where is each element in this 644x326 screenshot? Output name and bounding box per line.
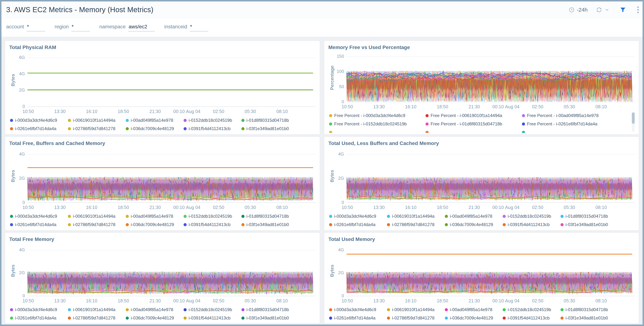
legend-item[interactable]: i-02786f59d7d841278 [68, 124, 126, 133]
legend-item[interactable]: i-0152ddb18c024519b [184, 116, 242, 124]
legend-item[interactable]: i-0261e6fbf7d14da4a [329, 314, 387, 322]
legend-item[interactable]: i-0261e6fbf7d14da4a [10, 220, 68, 229]
panel-total-used-less-buffers-cached: Total Used, Less Buffers and Cached Memo… [324, 137, 639, 230]
panel-title: Total Used, Less Buffers and Cached Memo… [328, 140, 635, 146]
legend-item[interactable]: i-01d8f80315d04718b [560, 306, 618, 314]
series-label: i-0261e6fbf7d14da4a [15, 222, 56, 227]
legend-scrollbar-thumb[interactable] [632, 112, 635, 124]
legend-item[interactable]: i-000d3a3dcf4e4d6c9 [329, 306, 387, 314]
legend-item-partial[interactable] [329, 128, 426, 133]
filter-region: region * [54, 23, 90, 31]
chart-canvas[interactable] [8, 51, 316, 116]
legend-item[interactable]: Free Percent - i-00ad049f85a14e978 [522, 111, 618, 120]
chart-canvas[interactable] [328, 51, 635, 111]
legend-item[interactable]: i-000d3a3dcf4e4d6c9 [329, 212, 387, 220]
legend-item[interactable]: i-01d8f80315d04718b [242, 306, 299, 314]
legend-item[interactable]: i-03f1e349ad81e01b0 [242, 314, 299, 322]
legend-item[interactable]: i-036dc7009c4e48129 [126, 124, 184, 133]
filter-instanceid: instanceid * [164, 23, 208, 31]
legend-item[interactable]: i-00619010f1a14494a [68, 306, 126, 314]
filter-account-input[interactable]: * [26, 23, 45, 31]
legend-item[interactable]: i-036dc7009c4e48129 [126, 220, 184, 229]
legend-item[interactable]: Free Percent - i-00619010f1a14494a [426, 111, 522, 120]
legend-item[interactable]: i-03f1e349ad81e01b0 [242, 124, 299, 133]
legend-item[interactable]: i-00ad049f85a14e978 [126, 116, 184, 124]
series-label: i-02786f59d7d841278 [392, 316, 434, 321]
chart-canvas[interactable] [328, 147, 635, 212]
legend-wrap: Free Percent - i-000d3a3dcf4e4d6c9Free P… [329, 111, 635, 133]
filter-instanceid-input[interactable]: * [190, 23, 208, 31]
series-color-dot [445, 308, 448, 311]
series-label: i-036dc7009c4e48129 [131, 126, 174, 131]
series-label: i-0391f54d4112413cb [189, 222, 230, 227]
legend-item[interactable]: i-0261e6fbf7d14da4a [10, 314, 68, 322]
series-label: Free Percent - i-00619010f1a14494a [430, 113, 502, 118]
series-color-dot [242, 308, 244, 311]
legend-item[interactable]: Free Percent - i-000d3a3dcf4e4d6c9 [329, 111, 426, 120]
legend-item[interactable]: i-00ad049f85a14e978 [126, 306, 184, 314]
legend-item[interactable]: i-00ad049f85a14e978 [445, 306, 503, 314]
chevron-down-icon[interactable] [605, 7, 610, 12]
legend-item-partial[interactable] [522, 128, 618, 133]
filter-icon[interactable] [620, 6, 626, 13]
page-title: 3. AWS EC2 Metrics - Memory (Host Metric… [6, 6, 153, 14]
series-label: i-01d8f80315d04718b [246, 214, 289, 219]
legend-item[interactable]: Free Percent - i-0261e6fbf7d14da4a [522, 120, 618, 128]
chart-canvas[interactable] [328, 243, 635, 305]
legend-item[interactable]: i-0152ddb18c024519b [184, 212, 242, 220]
legend-item[interactable]: i-0391f54d4112413cb [503, 314, 560, 322]
legend-item[interactable]: i-02786f59d7d841278 [68, 220, 126, 229]
legend-item[interactable]: i-02786f59d7d841278 [387, 314, 445, 322]
series-color-dot [329, 114, 332, 117]
legend-item[interactable]: i-00619010f1a14494a [68, 116, 126, 124]
legend-item[interactable]: i-00ad049f85a14e978 [126, 212, 184, 220]
series-label: i-0261e6fbf7d14da4a [334, 316, 376, 321]
legend-item[interactable]: i-01d8f80315d04718b [242, 212, 299, 220]
legend-item[interactable]: i-000d3a3dcf4e4d6c9 [10, 212, 68, 220]
legend-item[interactable]: i-01d8f80315d04718b [560, 212, 618, 220]
legend-item[interactable]: i-0391f54d4112413cb [184, 314, 242, 322]
series-color-dot [426, 122, 428, 126]
legend-item[interactable]: i-02786f59d7d841278 [68, 314, 126, 322]
legend-item[interactable]: i-036dc7009c4e48129 [445, 220, 503, 229]
legend-item[interactable]: Free Percent - i-0152ddb18c024519b [329, 120, 426, 128]
chart-canvas[interactable] [8, 147, 316, 212]
legend-item[interactable]: i-0261e6fbf7d14da4a [10, 124, 68, 133]
legend-item[interactable]: i-00619010f1a14494a [68, 212, 126, 220]
refresh-control[interactable] [596, 7, 610, 13]
legend-item[interactable]: i-0152ddb18c024519b [503, 306, 560, 314]
legend-item[interactable]: i-0391f54d4112413cb [184, 124, 242, 133]
chart-canvas[interactable] [8, 243, 316, 305]
legend-item[interactable]: i-000d3a3dcf4e4d6c9 [10, 116, 68, 124]
series-label: Free Percent - i-0261e6fbf7d14da4a [527, 121, 598, 126]
legend-item[interactable]: i-00ad049f85a14e978 [445, 212, 503, 220]
legend-item[interactable]: i-03f1e349ad81e01b0 [560, 314, 618, 322]
filter-region-input[interactable]: * [71, 23, 90, 31]
series-color-dot [329, 131, 332, 133]
legend-item[interactable]: i-0391f54d4112413cb [503, 220, 560, 229]
time-range-control[interactable]: -24h [569, 7, 588, 13]
legend-item[interactable]: Free Percent - i-01d8f80315d04718b [426, 120, 522, 128]
legend-item[interactable]: i-00619010f1a14494a [387, 212, 445, 220]
series-color-dot [184, 215, 187, 218]
legend-item[interactable]: i-036dc7009c4e48129 [126, 314, 184, 322]
kebab-menu-icon[interactable] [637, 6, 639, 13]
panel-total-free-buffers-cached: Total Free, Buffers and Cached Memory i-… [5, 137, 320, 230]
filter-namespace-label: namespace [99, 24, 126, 30]
legend-item[interactable]: i-000d3a3dcf4e4d6c9 [10, 306, 68, 314]
legend-item[interactable]: i-03f1e349ad81e01b0 [242, 220, 299, 229]
series-label: i-000d3a3dcf4e4d6c9 [15, 307, 57, 312]
legend-item[interactable]: i-0152ddb18c024519b [503, 212, 560, 220]
series-color-dot [445, 223, 448, 226]
legend-item[interactable]: i-00619010f1a14494a [387, 306, 445, 314]
series-color-dot [184, 223, 187, 226]
legend-item[interactable]: i-01d8f80315d04718b [242, 116, 299, 124]
legend-item[interactable]: i-02786f59d7d841278 [387, 220, 445, 229]
legend-item[interactable]: i-03f1e349ad81e01b0 [560, 220, 618, 229]
legend-item-partial[interactable] [426, 128, 522, 133]
legend-item[interactable]: i-036dc7009c4e48129 [445, 314, 503, 322]
legend-item[interactable]: i-0152ddb18c024519b [184, 306, 242, 314]
legend-item[interactable]: i-0261e6fbf7d14da4a [329, 220, 387, 229]
filter-namespace-input[interactable]: aws/ec2 [128, 23, 155, 31]
legend-item[interactable]: i-0391f54d4112413cb [184, 220, 242, 229]
